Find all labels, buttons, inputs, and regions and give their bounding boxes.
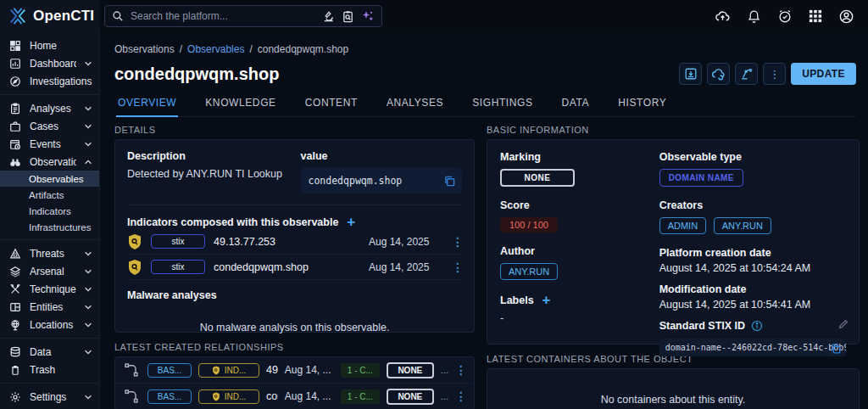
value-label: value — [301, 150, 463, 162]
sidebar-divider — [0, 383, 99, 384]
tab-data[interactable]: DATA — [560, 93, 592, 116]
tab-analyses[interactable]: ANALYSES — [385, 93, 445, 116]
sidebar-item-cases[interactable]: Cases — [0, 117, 99, 135]
sidebar-item-label: Home — [30, 40, 92, 52]
entities-grid-icon — [9, 301, 22, 313]
marking-none-chip: NONE — [500, 169, 575, 187]
indicator-name[interactable]: condedqpwqm.shop — [214, 261, 360, 273]
breadcrumb-observables[interactable]: Observables — [187, 43, 244, 55]
tab-overview[interactable]: OVERVIEW — [116, 93, 178, 117]
relationship-date: Aug 14, ... — [285, 364, 334, 376]
tab-knowledge[interactable]: KNOWLEDGE — [203, 93, 277, 116]
sidebar-item-investigations[interactable]: Investigations — [0, 72, 99, 90]
relationship-target-name[interactable]: 49.13.77.253 — [266, 364, 278, 376]
indicator-row[interactable]: stix 49.13.77.253 Aug 14, 2025 ⋮ — [127, 229, 462, 255]
copy-icon[interactable] — [830, 343, 842, 355]
sidebar-item-analyses[interactable]: Analyses — [0, 99, 99, 117]
cloud-upload-icon[interactable] — [715, 8, 731, 25]
sidebar-subitem-infrastructures[interactable]: Infrastructures — [0, 219, 99, 235]
entity-actions: ⋮ UPDATE — [679, 63, 856, 85]
row-more-button[interactable]: ⋮ — [455, 363, 465, 377]
sidebar-item-entities[interactable]: Entities — [0, 298, 99, 316]
account-circle-icon[interactable] — [838, 8, 854, 25]
main-content: Observations / Observables / condedqpwqm… — [100, 32, 868, 409]
more-options-button[interactable]: ⋮ — [763, 63, 786, 85]
sidebar-item-arsenal[interactable]: Arsenal — [0, 262, 99, 280]
relationship-row[interactable]: BAS... IND... condedqpwqm.shop Aug 14, .… — [115, 384, 474, 409]
chevron-down-icon — [84, 321, 92, 329]
creator-chip[interactable]: ANY.RUN — [714, 217, 771, 234]
indicator-shield-icon — [127, 259, 142, 276]
pattern-type-chip: stix — [151, 260, 205, 274]
sidebar-item-observations[interactable]: Observations — [0, 153, 99, 171]
export-download-button[interactable] — [679, 63, 702, 85]
sidebar-item-data[interactable]: Data — [0, 343, 99, 361]
alarm-check-icon[interactable] — [777, 8, 793, 24]
sidebar-divider — [0, 239, 99, 240]
search-input[interactable]: Search the platform... — [104, 5, 382, 27]
sidebar-item-dashboards[interactable]: Dashboards — [0, 54, 99, 72]
sidebar-item-threats[interactable]: Threats — [0, 244, 99, 262]
observable-type-label: Observable type — [659, 151, 846, 163]
tab-content[interactable]: CONTENT — [303, 93, 359, 116]
breadcrumb-separator: / — [249, 43, 252, 55]
creation-date-field: Platform creation date August 14, 2025 a… — [659, 247, 846, 274]
logo-text: OpenCTI — [33, 8, 94, 25]
description-field: Description Detected by ANY.RUN TI Looku… — [127, 150, 289, 193]
indicator-name[interactable]: 49.13.77.253 — [214, 236, 360, 248]
edit-pen-icon[interactable] — [837, 318, 849, 330]
details-card: Description Detected by ANY.RUN TI Looku… — [114, 139, 475, 333]
author-chip[interactable]: ANY.RUN — [500, 263, 558, 280]
copy-icon[interactable] — [443, 175, 456, 188]
row-more-button[interactable]: ⋮ — [452, 261, 462, 274]
apps-grid-icon[interactable] — [809, 9, 822, 23]
sidebar-item-home[interactable]: Home — [0, 36, 99, 54]
chevron-up-icon — [84, 158, 92, 166]
sidebar-subitem-indicators[interactable]: Indicators — [0, 203, 99, 219]
row-more-button[interactable]: ⋮ — [455, 389, 465, 403]
chevron-down-icon — [84, 348, 92, 356]
observable-type-chip: DOMAIN NAME — [659, 169, 743, 187]
ai-sparkles-icon[interactable] — [361, 9, 375, 23]
enrichment-cloud-refresh-button[interactable] — [707, 63, 730, 85]
chevron-down-icon — [84, 285, 92, 294]
logo[interactable]: OpenCTI — [0, 0, 100, 32]
pattern-type-chip: stix — [151, 234, 205, 249]
breadcrumb-observations[interactable]: Observations — [114, 43, 175, 55]
sidebar-item-events[interactable]: Events — [0, 135, 99, 153]
stix-id-field: Standard STIX ID domain- — [659, 320, 846, 356]
divider — [127, 204, 462, 205]
indicator-shield-icon — [127, 233, 142, 250]
sidebar-item-settings[interactable]: Settings — [0, 388, 99, 406]
microscope-icon[interactable] — [322, 10, 335, 23]
add-indicator-button[interactable]: + — [347, 215, 355, 229]
tab-history[interactable]: HISTORY — [616, 93, 668, 116]
creator-chip[interactable]: ADMIN — [659, 217, 706, 234]
add-label-button[interactable]: + — [542, 293, 551, 307]
sidebar-item-techniques[interactable]: Techniques — [0, 280, 99, 298]
marking-label: Marking — [500, 151, 659, 163]
creation-date-value: August 14, 2025 at 10:54:24 AM — [659, 262, 846, 274]
robot-arm-button[interactable] — [735, 63, 758, 85]
relationships-header: LATEST CREATED RELATIONSHIPS — [114, 342, 475, 352]
sidebar-item-trash[interactable]: Trash — [0, 361, 99, 378]
indicator-row[interactable]: stix condedqpwqm.shop Aug 14, 2025 ⋮ — [127, 255, 462, 280]
notifications-bell-icon[interactable] — [747, 9, 761, 24]
relationship-target-name[interactable]: condedqpwqm.shop — [266, 390, 278, 402]
chevron-down-icon — [84, 59, 92, 68]
info-icon[interactable] — [751, 320, 763, 332]
marking-chip: NONE — [387, 362, 434, 378]
sidebar-subitem-artifacts[interactable]: Artifacts — [0, 187, 99, 203]
row-more-button[interactable]: ⋮ — [452, 235, 462, 249]
opencti-logo-icon — [8, 7, 27, 25]
breadcrumb-separator: / — [180, 43, 182, 55]
sidebar-subitem-observables[interactable]: Observables — [0, 171, 99, 187]
update-button[interactable]: UPDATE — [791, 63, 856, 85]
tab-sightings[interactable]: SIGHTINGS — [470, 93, 534, 116]
clipboard-search-icon[interactable] — [342, 10, 354, 23]
relationship-row[interactable]: BAS... IND... 49.13.77.253 Aug 14, ... 1… — [115, 357, 474, 384]
observable-value-text: condedqpwqm.shop — [309, 175, 403, 187]
sidebar-item-locations[interactable]: Locations — [0, 316, 99, 333]
confidence-chip: 1 - C... — [341, 363, 380, 378]
entity-type-text: IND... — [225, 392, 247, 401]
